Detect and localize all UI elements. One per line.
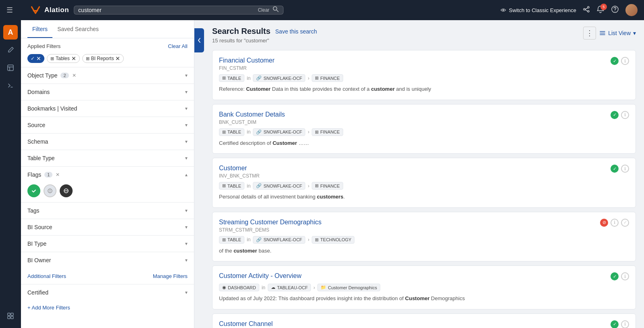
- info-icon[interactable]: ℹ: [621, 57, 629, 65]
- filter-header-object-type[interactable]: Object Type 2 ✕ ▾: [21, 67, 194, 84]
- filter-header-source[interactable]: Source ▾: [21, 117, 194, 133]
- save-search-button[interactable]: Save this search: [275, 28, 317, 35]
- certified-gray-icon[interactable]: ✓: [621, 219, 629, 227]
- nav-icon-catalog[interactable]: [3, 61, 18, 75]
- result-title[interactable]: Streaming Customer Demographics: [219, 219, 321, 226]
- certified-green-icon[interactable]: ✓: [611, 272, 619, 280]
- chip-tables-label: Tables: [56, 56, 70, 61]
- certified-green-icon[interactable]: ✓: [611, 320, 619, 328]
- chip-tables[interactable]: ⊞ Tables ✕: [47, 54, 80, 63]
- flag-certified-button[interactable]: [27, 184, 40, 197]
- filter-header-bi-source[interactable]: BI Source ▾: [21, 219, 194, 235]
- object-type-count: 2: [60, 73, 69, 78]
- results-title: Search Results: [212, 27, 271, 36]
- menu-icon[interactable]: ☰: [6, 6, 13, 15]
- bi-owner-chevron-icon: ▾: [185, 257, 188, 263]
- certified-green-icon[interactable]: ✓: [611, 165, 619, 173]
- info-icon[interactable]: ℹ: [621, 320, 629, 328]
- flag-warning-button[interactable]: [44, 184, 56, 197]
- clear-search-button[interactable]: Clear: [258, 7, 269, 13]
- left-nav: A: [0, 20, 21, 328]
- dest-badge: ⊞ TECHNOLOGY: [312, 236, 354, 244]
- search-input[interactable]: [78, 7, 254, 13]
- info-icon[interactable]: ℹ: [611, 219, 619, 227]
- path-arrow-icon: ›: [313, 285, 315, 290]
- nav-icon-compose[interactable]: [3, 43, 18, 57]
- certified-green-icon[interactable]: ✓: [611, 57, 619, 65]
- clear-all-button[interactable]: Clear All: [168, 43, 188, 49]
- chip-close-verified[interactable]: ✕: [36, 56, 41, 61]
- info-icon[interactable]: ℹ: [621, 111, 629, 119]
- help-icon[interactable]: [611, 5, 619, 15]
- card-description: Certified description of Customer ……: [219, 139, 629, 147]
- additional-filters-link[interactable]: Additional Filters: [27, 273, 66, 279]
- search-submit-button[interactable]: [273, 6, 279, 14]
- chip-bi-reports[interactable]: ⊞ BI Reports ✕: [82, 54, 124, 63]
- filter-header-bookmarks[interactable]: Bookmarks | Visited ▾: [21, 100, 194, 117]
- result-card: Customer Activity - Overview ✓ ℹ ◉ DASHB…: [212, 265, 636, 309]
- nav-bottom: [3, 309, 18, 323]
- table-icon: ⊞: [222, 237, 226, 242]
- info-icon[interactable]: ℹ: [621, 165, 629, 173]
- table-type-label: Table Type: [27, 155, 54, 161]
- filter-header-table-type[interactable]: Table Type ▾: [21, 150, 194, 166]
- deprecated-red-icon[interactable]: ⊘: [600, 219, 608, 227]
- collapse-sidebar-button[interactable]: [194, 28, 204, 52]
- nav-icon-grid[interactable]: [3, 309, 18, 323]
- notifications-icon[interactable]: 5: [596, 5, 604, 15]
- filter-chips: ✓ ✕ ⊞ Tables ✕ ⊞ BI Reports ✕: [21, 52, 194, 67]
- filter-header-domains[interactable]: Domains ▾: [21, 84, 194, 100]
- chip-close-bi-reports[interactable]: ✕: [115, 56, 120, 61]
- filter-header-tags[interactable]: Tags ▾: [21, 203, 194, 219]
- certified-green-icon[interactable]: ✓: [611, 111, 619, 119]
- user-avatar[interactable]: [625, 4, 638, 16]
- result-title[interactable]: Bank Customer Details: [219, 111, 285, 118]
- path-in: in: [247, 75, 250, 81]
- switch-classic-button[interactable]: Switch to Classic Experience: [500, 7, 576, 13]
- source-badge: 🔗 SNOWFLAKE-OCF: [253, 236, 305, 244]
- nav-icon-query[interactable]: [3, 78, 18, 93]
- filter-section-table-type: Table Type ▾: [21, 150, 194, 166]
- tab-filters[interactable]: Filters: [27, 20, 52, 38]
- add-more-filters-button[interactable]: + Add More Filters: [27, 305, 70, 311]
- manage-filters-link[interactable]: Manage Filters: [153, 273, 188, 279]
- result-title[interactable]: Financial Customer: [219, 57, 275, 64]
- filter-header-bi-type[interactable]: BI Type ▾: [21, 236, 194, 252]
- bi-source-label: BI Source: [27, 224, 52, 230]
- app-logo[interactable]: Alation: [29, 5, 69, 15]
- flag-deprecated-button[interactable]: [60, 184, 73, 197]
- svg-rect-6: [8, 313, 10, 315]
- type-badge: ◉ DASHBOARD: [219, 284, 259, 291]
- breadcrumb-path: ◉ DASHBOARD in ☁ TABLEAU-OCF › 📁 Custome…: [219, 284, 629, 291]
- dest-badge: ⊞ FINANCE: [312, 128, 343, 136]
- nav-icon-apps[interactable]: A: [3, 25, 18, 40]
- share-icon[interactable]: [583, 6, 590, 15]
- results-header-right: ⋮ List View ▾: [583, 27, 636, 40]
- flags-body: [21, 183, 194, 202]
- filter-header-certified[interactable]: Certified ▾: [21, 284, 194, 301]
- flags-clear[interactable]: ✕: [56, 172, 60, 178]
- result-card: Customer INV_BNK_CSTMR ✓ ℹ ⊞ TABLE in: [212, 158, 636, 208]
- list-view-label: List View: [608, 30, 631, 36]
- chip-verified[interactable]: ✓ ✕: [27, 54, 44, 63]
- result-title[interactable]: Customer: [219, 165, 260, 172]
- tags-label: Tags: [27, 207, 40, 214]
- result-title[interactable]: Customer Channel: [219, 320, 273, 328]
- filter-section-flags: Flags 1 ✕ ▴: [21, 166, 194, 202]
- results-more-options-button[interactable]: ⋮: [583, 27, 596, 40]
- domains-chevron-icon: ▾: [185, 89, 188, 95]
- info-icon[interactable]: ℹ: [621, 272, 629, 280]
- filter-header-flags[interactable]: Flags 1 ✕ ▴: [21, 167, 194, 183]
- bi-source-chevron-icon: ▾: [185, 224, 188, 230]
- result-title[interactable]: Customer Activity - Overview: [219, 272, 301, 280]
- filter-header-schema[interactable]: Schema ▾: [21, 134, 194, 150]
- filter-header-bi-owner[interactable]: BI Owner ▾: [21, 252, 194, 268]
- chip-close-tables[interactable]: ✕: [71, 56, 76, 61]
- list-view-button[interactable]: List View ▾: [599, 30, 636, 36]
- svg-line-1: [277, 10, 278, 12]
- add-more-row: + Add More Filters: [21, 301, 194, 318]
- svg-rect-5: [8, 65, 13, 71]
- object-type-clear[interactable]: ✕: [72, 73, 76, 78]
- tab-saved-searches[interactable]: Saved Searches: [52, 20, 104, 38]
- applied-filters-row: Applied Filters Clear All: [21, 38, 194, 52]
